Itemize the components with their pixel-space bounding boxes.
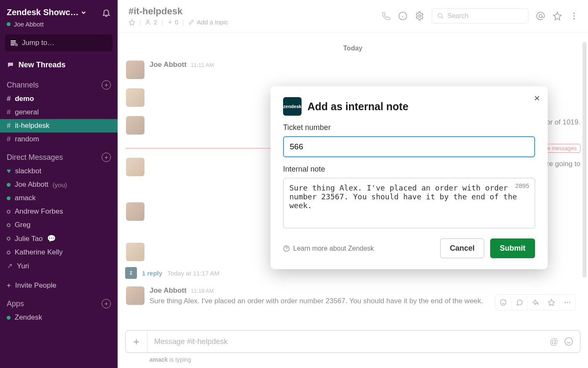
- sidebar-item-katherine-kelly[interactable]: Katherine Kelly: [0, 246, 118, 259]
- message: Joe Abbott11:11 AM: [125, 61, 580, 79]
- avatar[interactable]: [126, 286, 144, 305]
- sidebar-item-slackbot[interactable]: ♥slackbot: [0, 164, 118, 178]
- channel-name[interactable]: #it-helpdesk: [129, 6, 228, 17]
- presence-icon: [7, 316, 10, 320]
- search-placeholder: Search: [447, 12, 469, 20]
- sidebar-item-random[interactable]: #random: [0, 132, 118, 146]
- svg-rect-2: [11, 45, 14, 45]
- message-user[interactable]: Joe Abbott: [150, 286, 186, 295]
- heart-icon: ♥: [7, 167, 11, 175]
- thread-icon[interactable]: [511, 295, 527, 310]
- channel-label: random: [15, 135, 39, 143]
- link-icon: ↗: [7, 262, 13, 270]
- dm-label: Yuri: [17, 262, 29, 270]
- search-input[interactable]: Search: [432, 8, 528, 24]
- svg-point-15: [569, 302, 570, 303]
- add-channel-icon[interactable]: +: [102, 80, 111, 90]
- emoji-icon[interactable]: [564, 337, 573, 347]
- channel-header: #it-helpdesk | 2 | 0 | Add a topic Searc: [118, 0, 588, 33]
- bookmark-icon[interactable]: [543, 295, 559, 310]
- avatar[interactable]: [126, 61, 144, 79]
- typing-icon: 💬: [47, 234, 56, 243]
- gear-icon[interactable]: [415, 11, 424, 21]
- scrollbar-thumb[interactable]: [583, 42, 586, 278]
- workspace-header[interactable]: Zendesk Showc…: [0, 4, 118, 21]
- help-icon: [283, 245, 290, 252]
- svg-point-10: [573, 15, 575, 17]
- pins-icon[interactable]: 0: [167, 19, 178, 26]
- message-hover-actions: [495, 294, 575, 310]
- jump-label: Jump to…: [22, 39, 54, 47]
- chevron-down-icon: [81, 10, 86, 15]
- hash-icon: #: [7, 135, 10, 143]
- scrollbar[interactable]: [582, 42, 586, 339]
- internal-note-textarea[interactable]: [283, 178, 535, 228]
- learn-more-link[interactable]: Learn more about Zendesk: [283, 245, 374, 252]
- app-label: Zendesk: [15, 313, 42, 322]
- svg-point-4: [147, 20, 149, 22]
- sidebar-item-demo[interactable]: #demo: [0, 92, 118, 106]
- sidebar-item-joe-abbott[interactable]: Joe Abbott(you): [0, 178, 118, 191]
- new-threads[interactable]: New Threads: [0, 56, 118, 74]
- add-app-icon[interactable]: +: [102, 299, 111, 308]
- presence-icon: [7, 22, 10, 26]
- sidebar-item-julie-tao[interactable]: Julie Tao💬: [0, 232, 118, 246]
- ticket-number-input[interactable]: [283, 136, 535, 157]
- star-icon[interactable]: [129, 19, 135, 26]
- close-icon[interactable]: ✕: [534, 94, 540, 103]
- presence-icon: [7, 210, 10, 214]
- more-icon[interactable]: [570, 11, 579, 21]
- star-outline-icon[interactable]: [553, 11, 562, 21]
- avatar[interactable]: [126, 202, 144, 221]
- reaction-icon[interactable]: [495, 295, 511, 310]
- avatar[interactable]: [126, 243, 144, 261]
- svg-point-8: [539, 14, 542, 17]
- message-user[interactable]: Joe Abbott: [150, 61, 186, 69]
- bell-icon[interactable]: [102, 8, 111, 17]
- char-counter: 2895: [515, 182, 529, 189]
- sidebar-item-zendesk[interactable]: Zendesk: [0, 311, 118, 324]
- svg-point-6: [418, 15, 421, 17]
- attach-button[interactable]: +: [126, 331, 147, 352]
- presence-icon: [7, 251, 10, 254]
- jump-to[interactable]: Jump to…: [5, 34, 113, 51]
- sidebar-item-amack[interactable]: amack: [0, 191, 118, 205]
- avatar[interactable]: [126, 116, 144, 135]
- svg-point-11: [573, 18, 575, 19]
- compose-input[interactable]: [147, 331, 543, 352]
- add-dm-icon[interactable]: +: [102, 153, 111, 162]
- submit-button[interactable]: Submit: [490, 238, 535, 258]
- sidebar-item-yuri[interactable]: ↗Yuri: [0, 259, 118, 273]
- invite-people[interactable]: +Invite People: [0, 279, 118, 292]
- add-topic[interactable]: Add a topic: [188, 19, 228, 26]
- members-icon[interactable]: 2: [145, 19, 157, 26]
- avatar[interactable]: [126, 158, 144, 176]
- mention-icon[interactable]: [536, 11, 545, 21]
- channel-label: demo: [15, 95, 34, 103]
- workspace-user: Joe Abbott: [0, 21, 118, 32]
- mention-icon[interactable]: @: [550, 337, 558, 347]
- share-icon[interactable]: [527, 295, 543, 310]
- dm-label: Direct Messages: [7, 153, 63, 162]
- svg-rect-1: [11, 42, 16, 43]
- thread-reply-count[interactable]: 1 reply: [142, 270, 162, 277]
- sidebar-item-it-helpdesk[interactable]: #it-helpdesk: [0, 119, 118, 132]
- cancel-button[interactable]: Cancel: [440, 238, 484, 258]
- svg-point-7: [438, 13, 442, 17]
- more-actions-icon[interactable]: [559, 295, 575, 310]
- sidebar-item-greg[interactable]: Greg: [0, 218, 118, 232]
- hash-icon: #: [7, 108, 10, 116]
- jump-icon: [10, 39, 18, 47]
- date-divider: Today: [125, 45, 580, 52]
- sidebar-item-andrew-forbes[interactable]: Andrew Forbes: [0, 205, 118, 218]
- you-label: (you): [52, 181, 67, 188]
- svg-point-9: [573, 12, 575, 14]
- avatar[interactable]: [126, 88, 144, 107]
- sidebar-item-general[interactable]: #general: [0, 106, 118, 119]
- channels-label: Channels: [7, 81, 39, 90]
- threads-icon: [7, 61, 14, 69]
- phone-icon[interactable]: [381, 11, 391, 21]
- modal-add-internal-note: ✕ zendesk Add as internal note Ticket nu…: [270, 86, 548, 269]
- info-icon[interactable]: [398, 11, 407, 21]
- dm-header: Direct Messages +: [0, 146, 118, 164]
